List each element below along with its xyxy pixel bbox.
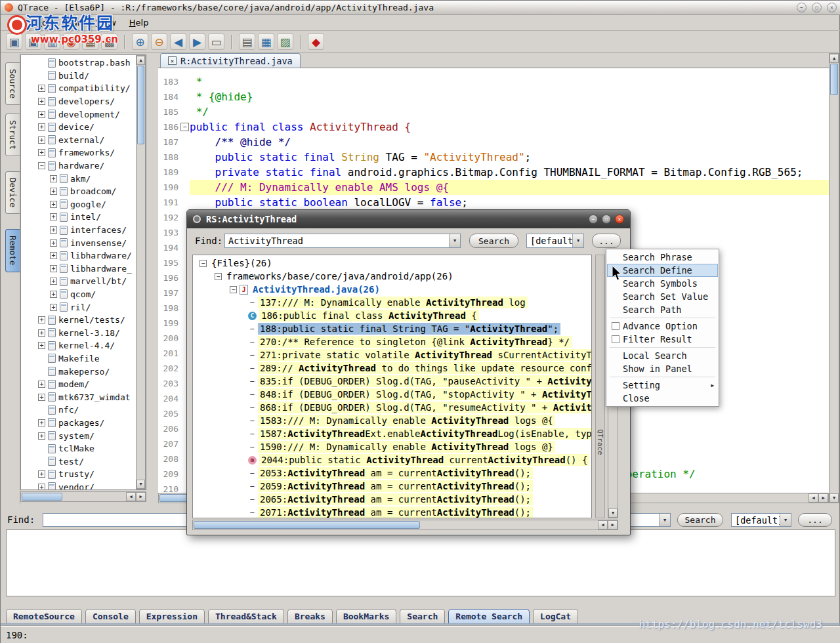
tree-item[interactable]: test/ <box>21 455 136 468</box>
expand-plus-icon[interactable]: + <box>38 316 45 323</box>
result-item[interactable]: −270:/** Reference to singleton {@link A… <box>193 335 591 348</box>
profile-select[interactable]: [default] <box>731 513 791 527</box>
scroll-left-icon[interactable] <box>598 520 608 529</box>
tree-item[interactable]: +development/ <box>21 108 136 121</box>
search-button[interactable]: Search <box>677 513 723 527</box>
scroll-track[interactable] <box>63 492 126 501</box>
scroll-left-icon[interactable] <box>126 492 136 501</box>
expand-plus-icon[interactable]: + <box>50 265 57 272</box>
more-options-button[interactable]: ... <box>798 513 832 527</box>
expand-plus-icon[interactable]: + <box>50 278 57 285</box>
tree-item[interactable]: +marvell/bt/ <box>21 275 136 288</box>
menu-item-search-phrase[interactable]: Search Phrase <box>607 251 718 264</box>
tree-item[interactable]: nfc/ <box>21 404 136 417</box>
tree-item[interactable]: +libhardware_ <box>21 262 136 276</box>
navigate-back-icon[interactable]: ◀ <box>170 33 186 50</box>
report-icon[interactable]: ▤ <box>239 33 255 50</box>
result-item[interactable]: −188:public static final String TAG = "A… <box>193 322 591 335</box>
editor-vertical-scrollbar[interactable] <box>829 53 839 503</box>
expand-plus-icon[interactable]: + <box>50 213 57 220</box>
tab-bookmarks[interactable]: BookMarks <box>336 609 396 623</box>
expand-plus-icon[interactable]: + <box>38 98 45 105</box>
tab-close-icon[interactable] <box>168 56 177 65</box>
expand-plus-icon[interactable]: + <box>38 111 45 118</box>
result-item[interactable]: −1583:/// M: Dynamically enable Activity… <box>193 414 591 427</box>
editor-tab[interactable]: R:ActivityThread.java <box>160 53 301 68</box>
expand-plus-icon[interactable]: + <box>38 381 45 388</box>
tree-item[interactable]: +vendor/ <box>21 481 136 489</box>
scroll-left-icon[interactable] <box>808 493 818 503</box>
result-item[interactable]: −848:if (DEBUG_ORDER) Slog.d(TAG, "stopA… <box>193 388 591 401</box>
expand-plus-icon[interactable]: + <box>50 201 57 208</box>
tree-item[interactable]: +packages/ <box>21 417 136 430</box>
tab-console[interactable]: Console <box>85 609 136 623</box>
menu-item-search-path[interactable]: Search Path <box>607 303 718 316</box>
expand-plus-icon[interactable]: + <box>38 394 45 401</box>
tree-item[interactable]: +qcom/ <box>21 288 136 301</box>
menu-item-close[interactable]: Close <box>607 392 718 405</box>
expand-plus-icon[interactable]: + <box>50 304 57 311</box>
expand-plus-icon[interactable]: + <box>38 470 45 478</box>
expand-plus-icon[interactable]: + <box>50 252 57 259</box>
tab-expression[interactable]: Expression <box>139 609 205 623</box>
stop-protect-icon[interactable]: ◆ <box>308 33 324 50</box>
zoom-in-icon[interactable]: ⊕ <box>132 33 148 50</box>
result-item[interactable]: −2059:ActivityThread am = currentActivit… <box>193 480 591 493</box>
side-tab-struct[interactable]: Struct <box>5 114 20 156</box>
tab-search[interactable]: Search <box>400 609 445 623</box>
zoom-out-icon[interactable]: ⊖ <box>151 33 167 50</box>
scroll-track[interactable] <box>830 96 839 493</box>
tab-thread-stack[interactable]: Thread&Stack <box>208 609 284 623</box>
tree-item[interactable]: +intel/ <box>21 211 136 224</box>
dialog-title-bar[interactable]: RS:ActivityThread <box>187 210 630 228</box>
collapse-minus-icon[interactable]: − <box>215 273 222 280</box>
tree-item[interactable]: bootstrap.bash <box>21 56 136 70</box>
tree-item[interactable]: +google/ <box>21 198 136 211</box>
dropdown-arrow-icon[interactable] <box>659 514 670 526</box>
menu-help[interactable]: Help <box>123 16 155 29</box>
result-item[interactable]: m2044:public static ActivityThread curre… <box>193 453 591 467</box>
dialog-find-input[interactable]: ActivityThread <box>224 234 461 248</box>
scroll-thumb[interactable] <box>830 64 838 95</box>
tree-item[interactable]: +ril/ <box>21 301 136 314</box>
tree-item[interactable]: +kernel-3.18/ <box>21 326 136 339</box>
result-item[interactable]: −835:if (DEBUG_ORDER) Slog.d(TAG, "pause… <box>193 375 591 388</box>
expand-plus-icon[interactable]: + <box>50 226 57 234</box>
collapse-minus-icon[interactable]: − <box>200 260 207 267</box>
menu-item-search-set-value[interactable]: Search Set Value <box>607 290 718 303</box>
expand-plus-icon[interactable]: + <box>38 123 45 131</box>
tree-item[interactable]: makeperso/ <box>21 365 136 378</box>
dialog-close-button[interactable] <box>615 215 624 224</box>
result-item[interactable]: −frameworks/base/core/java/android/app(2… <box>193 270 591 283</box>
tree-item[interactable]: tclMake <box>21 442 136 455</box>
result-item[interactable]: −1587:ActivityThreadExt.enableActivityTh… <box>193 427 591 440</box>
side-tab-source[interactable]: Source <box>5 62 20 105</box>
tree-item[interactable]: +invensense/ <box>21 236 136 249</box>
result-item[interactable]: −271:private static volatile ActivityThr… <box>193 348 591 362</box>
result-item[interactable]: C186:public final class ActivityThread { <box>193 309 591 322</box>
expand-plus-icon[interactable]: + <box>50 291 57 298</box>
dialog-maximize-button[interactable] <box>602 215 611 224</box>
expand-plus-icon[interactable]: + <box>38 419 45 426</box>
result-item[interactable]: −2053:ActivityThread am = currentActivit… <box>193 467 591 480</box>
tab-remote-search[interactable]: Remote Search <box>448 609 530 623</box>
expand-plus-icon[interactable]: + <box>50 175 57 182</box>
scroll-right-icon[interactable] <box>136 492 146 501</box>
checkbox-icon[interactable] <box>612 335 620 343</box>
tab-remotesource[interactable]: RemoteSource <box>6 609 82 623</box>
minimize-button[interactable] <box>797 3 807 12</box>
fold-collapse-icon[interactable]: − <box>180 123 189 131</box>
scroll-thumb[interactable] <box>137 66 144 144</box>
result-item[interactable]: −1590:/// M: Dynamically enable Activity… <box>193 440 591 453</box>
result-item[interactable]: −JActivityThread.java(26) <box>193 283 591 296</box>
collapse-minus-icon[interactable]: − <box>38 162 45 169</box>
expand-plus-icon[interactable]: + <box>38 484 45 489</box>
scroll-track[interactable] <box>421 520 598 529</box>
tree-item[interactable]: +compatibility/ <box>21 82 136 95</box>
dialog-more-button[interactable]: ... <box>592 234 621 248</box>
tree-vertical-scrollbar[interactable] <box>136 55 146 489</box>
expand-plus-icon[interactable]: + <box>38 149 45 156</box>
scroll-up-icon[interactable] <box>830 54 839 63</box>
expand-plus-icon[interactable]: + <box>50 188 57 195</box>
dialog-minimize-button[interactable] <box>589 215 598 224</box>
